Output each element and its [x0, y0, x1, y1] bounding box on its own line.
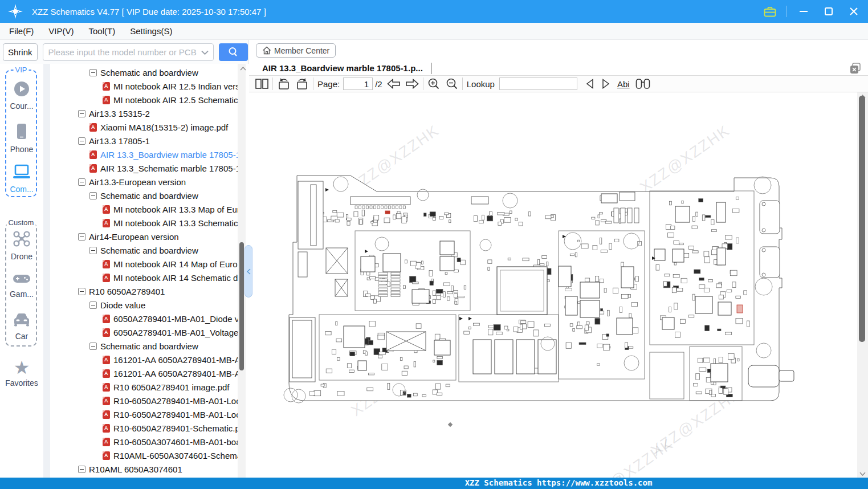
find-next-icon[interactable] [601, 79, 610, 89]
collapse-toggle-icon[interactable] [89, 192, 97, 199]
match-case-button[interactable]: Abi [617, 79, 630, 89]
close-button[interactable] [845, 3, 862, 20]
tree-item[interactable]: Schematic and boardview [89, 339, 198, 353]
tree-item[interactable]: R10 6050A2789401 [78, 284, 165, 298]
toolbar-separator [272, 78, 273, 90]
tree-scroll-up-icon[interactable] [238, 65, 248, 72]
collapse-toggle-icon[interactable] [89, 301, 97, 309]
viewer-scroll-down-icon[interactable] [857, 470, 868, 477]
tree-item[interactable]: 161201-AA 6050A2789401-MB-A0 [103, 353, 238, 366]
tree-item[interactable]: MI notebook AIR 14 Map of Euro [103, 257, 238, 271]
tree-item[interactable]: MI notebook AIR 14 Schematic di [103, 271, 238, 284]
tree-item-label: Schematic and boardview [100, 341, 198, 351]
tree-item[interactable]: Air14-European version [78, 230, 179, 243]
collapse-toggle-icon[interactable] [78, 110, 85, 117]
search-button[interactable] [219, 43, 248, 61]
watermark-text: XZZ@XZZHK [581, 435, 677, 478]
tree-item[interactable]: MI notebook AIR 12.5 Indian vers [103, 79, 238, 93]
member-center-button[interactable]: Member Center [256, 43, 336, 58]
menu-settings[interactable]: Settings(S) [130, 26, 172, 36]
search-row: Shrink [0, 40, 249, 64]
watermark-text: XZZ@XZZHK [637, 121, 733, 196]
panel-collapse-handle[interactable] [244, 245, 252, 298]
tree-item[interactable]: MI notebook AIR 13.3 Schematic [103, 216, 238, 230]
collapse-toggle-icon[interactable] [89, 69, 97, 76]
tree-item[interactable]: R10AML 6050A3074601 [78, 462, 182, 476]
tree-item[interactable]: MI notebook AIR 12.5 Schematic [103, 93, 238, 107]
tree-item[interactable]: R10-6050A2789401-MB-A01-Loca [103, 408, 238, 421]
rotate-right-icon[interactable] [295, 78, 309, 90]
boardview-canvas[interactable]: XZZ@XZZHKXZZ@XZZHKXZZ@XZZHKXZZ@XZZHKXZZ@… [249, 92, 857, 478]
collapse-toggle-icon[interactable] [89, 247, 97, 254]
pdf-icon [103, 96, 110, 104]
sidebar-item-drone[interactable]: Drone [0, 230, 43, 261]
tree-item[interactable]: 6050A2789401-MB-A01_Voltage c [103, 325, 238, 339]
tree-item[interactable]: Diode value [89, 298, 145, 312]
pdf-icon [103, 451, 110, 460]
tree-item-label: R10AML-6050A3074601-Schemat [113, 451, 238, 461]
pdf-icon [103, 82, 110, 91]
binoculars-icon[interactable] [635, 78, 650, 89]
zoom-in-icon[interactable] [427, 78, 440, 90]
sidebar-item-phone[interactable]: Phone [0, 123, 43, 154]
tree-item[interactable]: R10-6050A3074601-MB-A01-boa [103, 435, 238, 449]
play-circle-icon [14, 81, 30, 97]
viewer-toolbar: Page: /2 Lookup Abi [249, 76, 868, 92]
pdf-viewer[interactable]: XZZ@XZZHKXZZ@XZZHKXZZ@XZZHKXZZ@XZZHKXZZ@… [249, 92, 857, 478]
tree-item[interactable]: R10AML-6050A3074601-Schemat [103, 449, 238, 462]
tree-scrollbar-thumb[interactable] [239, 242, 244, 370]
tree-item[interactable]: 161201-AA 6050A2789401-MB-A0 [103, 366, 238, 380]
sidebar-item-game[interactable]: Gam... [0, 272, 43, 299]
tree-item[interactable]: Air13.3 17805-1 [78, 134, 150, 148]
minimize-button[interactable] [795, 3, 812, 20]
close-all-tabs-icon[interactable] [850, 63, 861, 74]
viewer-scrollbar-thumb[interactable] [859, 96, 865, 342]
tree-item[interactable]: Xiaomi MA18(15315-2) image.pdf [89, 120, 228, 134]
pdf-icon [103, 356, 110, 364]
page-number-input[interactable] [343, 78, 373, 90]
chevron-left-icon [247, 268, 251, 275]
license-briefcase-icon[interactable] [761, 3, 779, 20]
find-previous-icon[interactable] [585, 79, 594, 89]
tree-item[interactable]: AIR 13.3_Boardview marble 17805-1. [89, 148, 238, 161]
tree-item[interactable]: Schematic and boardview [89, 189, 198, 202]
shrink-button[interactable]: Shrink [3, 43, 38, 61]
menu-file[interactable]: File(F) [9, 26, 34, 36]
tree-item[interactable]: Schematic and boardview [89, 66, 198, 79]
sidebar-item-favorites[interactable]: ★ Favorites [0, 359, 43, 388]
tree-item[interactable]: AIR 13.3_Schematic marble 17805-1.p [89, 161, 238, 175]
chevron-down-icon[interactable] [201, 50, 209, 55]
toolbar-separator [423, 78, 423, 90]
tree-item[interactable]: Air13.3-European version [78, 175, 186, 189]
tree-item-label: Xiaomi MA18(15315-2) image.pdf [100, 123, 228, 132]
maximize-button[interactable] [820, 3, 837, 20]
tree-item-label: Air13.3 15315-2 [89, 109, 150, 119]
collapse-toggle-icon[interactable] [78, 178, 85, 186]
collapse-toggle-icon[interactable] [78, 288, 85, 295]
tree-item[interactable]: Air13.3 15315-2 [78, 107, 150, 120]
sidebar-item-computer[interactable]: Com... [0, 164, 43, 194]
tree-item[interactable]: MI notebook AIR 13.3 Map of Eur [103, 202, 238, 216]
collapse-toggle-icon[interactable] [78, 137, 85, 145]
next-page-icon[interactable] [405, 79, 419, 89]
collapse-toggle-icon[interactable] [78, 233, 85, 241]
collapse-toggle-icon[interactable] [89, 343, 97, 350]
menu-tool[interactable]: Tool(T) [89, 26, 116, 36]
lookup-input[interactable] [499, 78, 577, 90]
tree-item[interactable]: 6050A2789401-MB-A01_Diode va [103, 312, 238, 325]
sidebar-item-course[interactable]: Cour... [0, 81, 43, 111]
tree-item[interactable]: R10 6050A2789401 image.pdf [103, 380, 230, 394]
tab-document-title[interactable]: AIR 13.3_Boardview marble 17805-1.p... [262, 63, 423, 73]
rotate-left-icon[interactable] [277, 78, 291, 90]
tree-item[interactable]: R10-6050A2789401-MB-A01-Loca [103, 394, 238, 408]
zoom-out-icon[interactable] [446, 78, 458, 90]
model-search-input[interactable] [48, 47, 202, 57]
tree-item[interactable]: Schematic and boardview [89, 243, 198, 257]
menu-vip[interactable]: VIP(V) [48, 26, 74, 36]
tree-item[interactable]: R10-6050A2789401-Schematic.pd [103, 421, 238, 435]
model-search-box [43, 43, 214, 61]
two-page-view-icon[interactable] [255, 79, 268, 89]
sidebar-item-car[interactable]: Car [0, 312, 43, 341]
collapse-toggle-icon[interactable] [78, 466, 85, 473]
previous-page-icon[interactable] [387, 79, 401, 89]
